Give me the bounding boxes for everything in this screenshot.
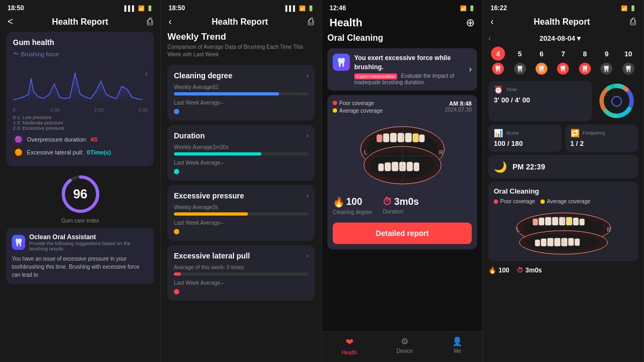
cal-date: 2024-08-04 ▾ (539, 34, 581, 42)
status-bar-4: 16:22 📶🔋 (483, 0, 643, 14)
cal-day-10[interactable]: 10 🦷 (621, 47, 635, 75)
bottom-nav: ❤ Health ⚙ Device 👤 Me (322, 331, 482, 362)
nav-title-4: Health Report (534, 17, 590, 27)
svg-rect-17 (385, 162, 391, 171)
cal-day-7[interactable]: 7 🦷 (556, 47, 570, 75)
svg-text:R: R (439, 149, 443, 156)
panel-3: 12:46 📶🔋 Health ⊕ Oral Cleaning 🦷 You ex… (322, 0, 483, 362)
nav-bar-1: < Health Report ⎙ (0, 14, 160, 32)
time-stat: ⏰ Time 3' 00 / 4' 00 (488, 81, 592, 121)
panel-1: 18:50 ▌▌▌📶🔋 < Health Report ⎙ Gum health… (0, 0, 161, 362)
svg-rect-8 (383, 134, 389, 142)
svg-rect-16 (378, 164, 384, 171)
oral-legends: Poor coverage Average coverage (494, 198, 633, 204)
brushing-force-label: 〜 Brushing force (13, 50, 148, 58)
svg-rect-37 (552, 217, 558, 225)
alert-sub: Expert Interpretation Evaluate the impac… (354, 73, 465, 85)
nav-bar-2: ‹ Health Report ⎙ (161, 14, 321, 32)
panel-4: 16:22 📶🔋 ‹ Health Report ⎙ ‹ 2024-08-04 … (483, 0, 644, 362)
back-button-4[interactable]: ‹ (491, 16, 494, 27)
chevron-icon-4: › (306, 252, 309, 260)
content-3: Oral Cleaning 🦷 You exert excessive forc… (322, 33, 482, 331)
time-3: 12:46 (330, 4, 346, 12)
svg-text:L: L (364, 149, 368, 156)
svg-rect-22 (377, 135, 382, 142)
svg-rect-51 (533, 219, 538, 225)
svg-rect-35 (539, 218, 544, 225)
status-icons-1: ▌▌▌📶🔋 (125, 5, 153, 11)
svg-rect-48 (561, 238, 567, 246)
svg-text:R: R (607, 227, 611, 233)
metric-cleaning[interactable]: Cleaning degree › Weekly Average82 Last … (167, 65, 315, 121)
lateral-row: 🟠 Excessive lateral pull: 0Time(s) (13, 147, 148, 158)
svg-rect-11 (405, 133, 412, 142)
svg-rect-10 (398, 133, 404, 142)
svg-rect-23 (413, 134, 419, 142)
nav-me[interactable]: 👤 Me (452, 336, 463, 356)
svg-rect-50 (575, 239, 580, 246)
detailed-report-button[interactable]: Detailed report (333, 223, 472, 244)
calendar-nav: ‹ 2024-08-04 ▾ (483, 32, 643, 47)
pressure-legend: 0-1: Low pressure 1-2: Moderate pressure… (13, 115, 148, 131)
chevron-icon-2: › (306, 132, 309, 139)
status-bar-2: 18:50 ▌▌▌📶🔋 (161, 0, 321, 14)
score-ring: 96 (59, 173, 102, 216)
overpressure-row: 🟣 Overpressure duration: 4S (13, 134, 148, 145)
score-freq-row: 📊 Score 100 / 180 🔁 Frequency 1 / 2 (483, 124, 643, 155)
coverage-time: AM 8:48 2024.07.30 (445, 100, 472, 113)
cal-day-6[interactable]: 6 🦷 (535, 47, 548, 75)
assistant-card: 🦷 Oclean Oral Assistant Provide the foll… (6, 228, 154, 284)
bottom-score-val: 🔥 100 (488, 267, 509, 274)
svg-rect-44 (535, 240, 540, 246)
cal-day-5[interactable]: 5 🦷 (513, 47, 527, 75)
status-bar-1: 18:50 ▌▌▌📶🔋 (0, 0, 160, 14)
weekly-trend-sub: Comparison of Average Data of Brushing E… (167, 43, 315, 58)
cal-day-9[interactable]: 9 🦷 (599, 47, 613, 75)
calendar-days: 4 🦷 5 🦷 6 🦷 7 🦷 8 🦷 9 🦷 10 🦷 (483, 47, 643, 78)
teeth-small: L R (494, 208, 633, 256)
gum-health-card: Gum health 〜 Brushing force 1 (6, 32, 154, 166)
oral-card-4: Oral Cleaning Poor coverage Average cove… (488, 182, 638, 261)
chart-x-labels: 01:002:003:00 (13, 107, 148, 113)
svg-text:L: L (517, 227, 520, 233)
content-2: Weekly Trend Comparison of Average Data … (161, 32, 321, 362)
time-2: 18:50 (169, 4, 185, 12)
svg-rect-21 (414, 162, 419, 171)
health-nav: Health ⊕ (322, 14, 482, 33)
brushing-force-chart: 1 (13, 62, 148, 105)
share-button-4[interactable]: ⎙ (630, 16, 636, 27)
chevron-icon: › (306, 72, 309, 79)
metric-pressure[interactable]: Excessive pressure › Weekly Average3s La… (167, 185, 315, 241)
time-1: 18:50 (8, 4, 24, 12)
cal-day-8[interactable]: 8 🦷 (578, 47, 592, 75)
metric-lateral[interactable]: Excessive lateral pull › Average of this… (167, 245, 315, 301)
add-button[interactable]: ⊕ (466, 16, 475, 29)
freq-stat: 🔁 Frequency 1 / 2 (565, 124, 639, 152)
back-button-2[interactable]: ‹ (169, 16, 172, 27)
nav-bar-4: ‹ Health Report ⎙ (483, 14, 643, 32)
chevron-icon-3: › (306, 192, 309, 200)
svg-rect-40 (573, 218, 579, 225)
svg-rect-36 (545, 217, 551, 225)
svg-rect-18 (392, 162, 398, 171)
nav-device[interactable]: ⚙ Device (397, 336, 413, 356)
oral-cleaning-title: Oral Cleaning (327, 33, 477, 43)
assistant-header: 🦷 Oclean Oral Assistant Provide the foll… (12, 233, 149, 252)
alert-banner[interactable]: 🦷 You exert excessive force while brushi… (327, 48, 477, 91)
nav-title-2: Health Report (212, 17, 268, 27)
svg-rect-38 (559, 217, 565, 225)
cal-day-4[interactable]: 4 🦷 (491, 47, 505, 75)
metric-duration[interactable]: Duration › Weekly Average2m30s Last Week… (167, 125, 315, 181)
nav-health[interactable]: ❤ Health (342, 336, 357, 356)
svg-rect-49 (568, 238, 574, 246)
share-button-1[interactable]: ⎙ (147, 16, 153, 27)
status-icons-3: 📶🔋 (460, 5, 475, 11)
status-bar-3: 12:46 📶🔋 (322, 0, 482, 14)
svg-rect-47 (554, 238, 560, 246)
score-row: 🔥 100 Cleaning degree ⏱ 3m0s Duration (333, 192, 472, 219)
svg-rect-13 (419, 135, 425, 142)
svg-text:1: 1 (145, 71, 148, 77)
back-button-1[interactable]: < (8, 16, 13, 27)
share-button-2[interactable]: ⎙ (308, 16, 314, 27)
cal-prev[interactable]: ‹ (488, 34, 491, 42)
